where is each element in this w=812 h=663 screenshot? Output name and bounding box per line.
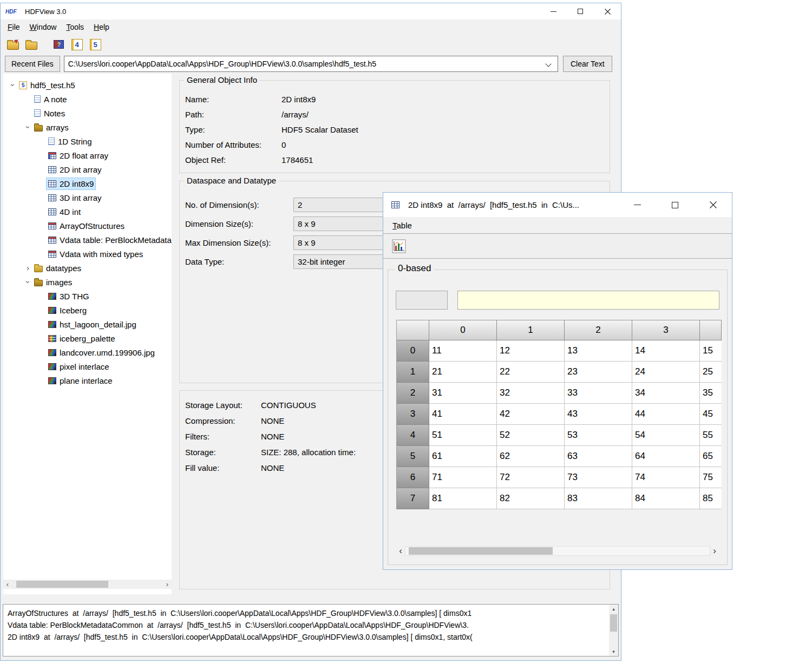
table-cell[interactable]: 11 <box>429 340 497 362</box>
row-header[interactable]: 4 <box>397 425 429 446</box>
file-path-combobox[interactable]: C:\Users\lori.cooper\AppData\Local\Apps\… <box>64 56 558 72</box>
tree-item-body[interactable]: images <box>32 276 74 288</box>
tree-expander-icon[interactable]: › <box>24 123 32 132</box>
table-cell[interactable]: 81 <box>429 488 497 509</box>
tree-item[interactable]: › 3D int array <box>3 191 172 205</box>
table-cell[interactable]: 15 <box>700 340 722 362</box>
close-button[interactable] <box>694 193 732 217</box>
tree-item[interactable]: › arrays <box>3 120 172 134</box>
table-cell[interactable]: 74 <box>632 467 700 488</box>
tree-item-body[interactable]: 3D int array <box>46 192 104 204</box>
table-cell[interactable]: 33 <box>565 383 632 404</box>
scroll-right-icon[interactable]: › <box>710 544 719 558</box>
maximize-button[interactable] <box>656 193 694 217</box>
open-file-button[interactable] <box>4 36 22 53</box>
table-cell[interactable]: 83 <box>565 488 632 509</box>
scrollbar-track[interactable] <box>405 546 710 556</box>
scrollbar-thumb[interactable] <box>409 547 553 555</box>
close-button[interactable] <box>594 3 621 19</box>
row-header[interactable]: 1 <box>397 362 429 383</box>
tree-item[interactable]: › 1D String <box>3 134 172 148</box>
table-cell[interactable]: 25 <box>700 362 722 383</box>
scrollbar-thumb[interactable] <box>610 614 617 632</box>
table-cell[interactable]: 31 <box>429 383 497 404</box>
table-cell[interactable]: 52 <box>497 425 565 446</box>
tree-item-body[interactable]: 1D String <box>46 135 94 148</box>
table-cell[interactable]: 23 <box>565 362 632 383</box>
table-cell[interactable]: 34 <box>632 383 700 404</box>
tree-expander-icon[interactable]: › <box>24 278 32 286</box>
tree-item[interactable]: › Iceberg <box>3 303 172 317</box>
scroll-left-icon[interactable]: ‹ <box>3 580 12 589</box>
menu-item[interactable]: File <box>3 21 25 34</box>
table-cell[interactable]: 21 <box>429 362 497 383</box>
column-header[interactable]: 3 <box>632 320 700 340</box>
table-cell[interactable]: 12 <box>497 340 565 362</box>
menu-item[interactable]: Table <box>388 219 417 232</box>
tree-item-body[interactable]: 2D int8x9 <box>46 178 96 190</box>
tree-item[interactable]: › pixel interlace <box>3 359 172 373</box>
main-titlebar[interactable]: HDFView 3.0 <box>1 3 621 19</box>
table-cell[interactable]: 65 <box>700 446 722 467</box>
clear-text-button[interactable]: Clear Text <box>563 56 612 72</box>
tree-item-body[interactable]: A note <box>32 93 69 106</box>
table-cell[interactable]: 82 <box>497 488 565 509</box>
chart-button[interactable] <box>390 237 408 256</box>
table-cell[interactable]: 13 <box>565 340 632 362</box>
table-cell[interactable]: 84 <box>632 488 700 509</box>
table-cell[interactable]: 75 <box>700 467 722 488</box>
minimize-button[interactable] <box>540 3 567 19</box>
table-cell[interactable]: 62 <box>497 446 565 467</box>
table-cell[interactable]: 63 <box>565 446 632 467</box>
tree-item[interactable]: › 4D int <box>3 205 172 219</box>
log-vertical-scrollbar[interactable]: ▴ ▾ <box>609 605 618 656</box>
table-cell[interactable]: 32 <box>497 383 565 404</box>
row-header[interactable]: 3 <box>397 404 429 425</box>
tree-item[interactable]: › datatypes <box>3 261 172 275</box>
help-button[interactable] <box>49 36 68 53</box>
hdf4-library-button[interactable] <box>68 36 86 53</box>
tree-item-body[interactable]: plane interlace <box>46 375 115 387</box>
table-cell[interactable]: 43 <box>565 404 632 425</box>
recent-files-button[interactable]: Recent Files <box>5 56 60 72</box>
table-cell[interactable]: 24 <box>632 362 700 383</box>
table-cell[interactable]: 41 <box>429 404 497 425</box>
tree-item-body[interactable]: arrays <box>32 121 71 134</box>
tree-item[interactable]: › images <box>3 275 172 289</box>
row-header[interactable]: 6 <box>397 467 429 488</box>
table-cell[interactable]: 44 <box>632 404 700 425</box>
table-cell[interactable]: 22 <box>497 362 565 383</box>
table-cell[interactable]: 85 <box>700 488 722 509</box>
scroll-right-icon[interactable]: › <box>163 580 172 589</box>
grid-corner-cell[interactable] <box>397 320 429 340</box>
row-header[interactable]: 5 <box>397 446 429 467</box>
tree-item-body[interactable]: ArrayOfStructures <box>46 220 127 232</box>
tree-item-body[interactable]: datatypes <box>32 262 83 274</box>
table-cell[interactable]: 53 <box>565 425 632 446</box>
tree-item-body[interactable]: Vdata table: PerBlockMetadataCommon <box>46 234 172 246</box>
tree-item[interactable]: › hdf5_test.h5 <box>3 78 172 92</box>
table-cell[interactable]: 55 <box>700 425 722 446</box>
tree-item-body[interactable]: Notes <box>32 107 67 120</box>
scroll-down-icon[interactable]: ▾ <box>612 647 615 656</box>
tree-horizontal-scrollbar[interactable]: ‹ › <box>3 580 172 589</box>
tree-item[interactable]: › Vdata with mixed types <box>3 247 172 261</box>
column-header[interactable] <box>700 320 722 340</box>
tree-item[interactable]: › plane interlace <box>3 373 172 388</box>
tree-expander-icon[interactable]: › <box>9 81 17 89</box>
tree-item-body[interactable]: hdf5_test.h5 <box>17 79 77 91</box>
row-header[interactable]: 0 <box>397 340 429 362</box>
table-cell[interactable]: 71 <box>429 467 497 488</box>
tree-item[interactable]: › A note <box>3 92 172 106</box>
row-header[interactable]: 7 <box>397 488 429 509</box>
tree-item[interactable]: › landcover.umd.199906.jpg <box>3 345 172 359</box>
minimize-button[interactable] <box>618 193 656 217</box>
scrollbar-track[interactable] <box>609 613 618 647</box>
table-window-titlebar[interactable]: 2D int8x9 at /arrays/ [hdf5_test.h5 in C… <box>383 193 732 217</box>
scrollbar-thumb[interactable] <box>16 581 108 588</box>
table-cell[interactable]: 45 <box>700 404 722 425</box>
menu-item[interactable]: Help <box>89 21 114 34</box>
tree-item[interactable]: › 2D float array <box>3 148 172 162</box>
table-cell[interactable]: 72 <box>497 467 565 488</box>
tree-item[interactable]: › Notes <box>3 106 172 120</box>
